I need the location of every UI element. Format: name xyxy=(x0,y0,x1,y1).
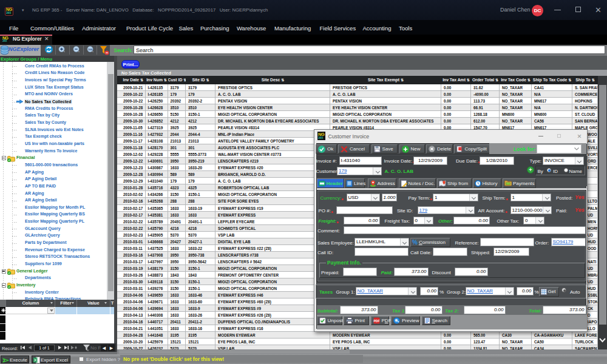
svg-text:100: 100 xyxy=(88,48,93,51)
svg-text:PDF: PDF xyxy=(373,319,379,323)
